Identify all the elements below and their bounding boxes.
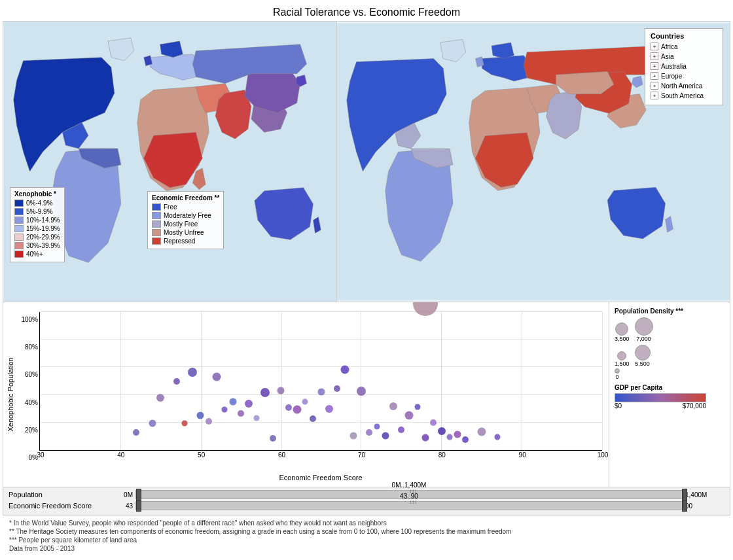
- scatter-dot[interactable]: [477, 428, 486, 436]
- scatter-dot[interactable]: [302, 398, 308, 404]
- scatter-dot[interactable]: [293, 406, 301, 414]
- country-checkbox-north-america[interactable]: +: [651, 82, 658, 90]
- gdp-per-capita-legend: GDP per Capita $0 $70,000: [615, 384, 724, 410]
- country-checkbox-asia[interactable]: +: [651, 52, 658, 60]
- country-label: Asia: [661, 53, 673, 60]
- economic-freedom-legend: Economic Freedom ** Free Moderately Free…: [147, 191, 224, 249]
- countries-item[interactable]: + Europe: [651, 72, 717, 80]
- x-tick: 80: [438, 450, 446, 459]
- scatter-dot[interactable]: [325, 405, 333, 413]
- legend-item: 5%-9.9%: [14, 208, 60, 215]
- scatter-dot[interactable]: [285, 404, 292, 411]
- scatter-dot[interactable]: [349, 432, 357, 440]
- footnote-3: *** People per square kilometer of land …: [9, 536, 724, 544]
- scatter-dot[interactable]: [173, 378, 180, 385]
- scatter-dot[interactable]: [366, 429, 372, 436]
- x-tick: 70: [358, 450, 365, 459]
- legend-item: Mostly Unfree: [152, 229, 219, 236]
- scatter-dot[interactable]: [389, 402, 397, 410]
- population-left-handle[interactable]: [136, 489, 141, 500]
- scatter-dot[interactable]: [238, 410, 244, 417]
- pop-density-label: 0: [615, 374, 618, 380]
- scatter-dot[interactable]: [382, 432, 389, 440]
- scatter-dot[interactable]: [149, 420, 156, 427]
- scatter-dot[interactable]: [341, 366, 349, 374]
- y-tick: 40%: [25, 398, 40, 406]
- y-tick: 80%: [25, 343, 40, 351]
- population-max: 1,400M: [685, 491, 724, 499]
- scatter-dot[interactable]: [357, 387, 366, 396]
- country-label: Australia: [661, 63, 687, 70]
- footnote-1: * In the World Value Survey, people who …: [9, 519, 724, 527]
- scatter-dot[interactable]: [254, 415, 260, 421]
- scatter-dot[interactable]: [188, 368, 197, 377]
- scatter-dot[interactable]: [374, 423, 380, 429]
- xenophobic-legend: Xenophobic * 0%-4.9% 5%-9.9% 10%-14.9% 1…: [10, 187, 65, 262]
- x-tick: 40: [117, 450, 124, 459]
- scatter-dot[interactable]: [334, 385, 340, 392]
- scatter-dot[interactable]: [197, 411, 204, 419]
- scatter-dot[interactable]: [495, 434, 501, 440]
- scatter-dot[interactable]: [405, 411, 414, 419]
- country-label: North America: [661, 82, 702, 90]
- scatter-dot[interactable]: [133, 429, 139, 436]
- scatter-dot[interactable]: [260, 388, 270, 397]
- countries-item[interactable]: + North America: [651, 82, 717, 90]
- scatter-dot[interactable]: [446, 434, 452, 440]
- scatter-dot[interactable]: [156, 394, 164, 402]
- y-tick: 20%: [25, 426, 40, 433]
- x-tick: 60: [278, 450, 285, 459]
- countries-item[interactable]: + Africa: [651, 43, 717, 50]
- pop-density-label: 5,500: [635, 360, 650, 367]
- scatter-dot[interactable]: [454, 431, 461, 438]
- economic-legend-title: Economic Freedom **: [152, 194, 219, 201]
- scatter-dot[interactable]: [277, 387, 285, 394]
- scatter-dot[interactable]: [317, 388, 325, 395]
- x-tick: 100: [598, 450, 609, 459]
- countries-item[interactable]: + Australia: [651, 62, 717, 70]
- y-tick: 100%: [21, 316, 40, 323]
- legend-item: Free: [152, 203, 219, 211]
- chart-title: Racial Tolerance vs. Economic Freedom: [3, 3, 730, 21]
- scatter-dot[interactable]: [413, 302, 438, 316]
- legend-item: 0%-4.9%: [14, 200, 60, 207]
- scatter-dot[interactable]: [430, 419, 437, 426]
- scatter-dot[interactable]: [462, 436, 469, 443]
- footnotes: * In the World Value Survey, people who …: [3, 516, 730, 557]
- x-tick: 50: [198, 450, 205, 459]
- scatter-dot[interactable]: [422, 434, 429, 441]
- scatter-dot[interactable]: [398, 427, 404, 433]
- countries-item[interactable]: + Asia: [651, 52, 717, 60]
- economic-freedom-right-handle[interactable]: [682, 500, 687, 512]
- x-tick: 90: [519, 450, 526, 459]
- population-slider-label: Population: [9, 491, 94, 499]
- country-checkbox-africa[interactable]: +: [651, 43, 658, 50]
- countries-legend: Countries + Africa + Asia + Australia + …: [645, 28, 723, 105]
- scatter-dot[interactable]: [414, 404, 420, 410]
- population-density-legend: Population Density *** 3,500 7,000 1,500: [615, 307, 724, 380]
- economic-freedom-left-handle[interactable]: [136, 500, 141, 512]
- y-tick: 60%: [25, 371, 40, 378]
- scatter-dot[interactable]: [438, 427, 446, 435]
- scatter-dot[interactable]: [181, 421, 187, 427]
- countries-item[interactable]: + South America: [651, 92, 717, 99]
- scatter-dot[interactable]: [206, 418, 212, 425]
- scatter-dot[interactable]: [310, 415, 316, 422]
- legend-item: Mostly Free: [152, 220, 219, 228]
- country-label: Europe: [661, 73, 682, 80]
- scatter-dot[interactable]: [245, 400, 253, 408]
- scatter-dot[interactable]: [212, 372, 221, 381]
- legend-item: Moderately Free: [152, 212, 219, 219]
- population-right-handle[interactable]: [682, 489, 687, 500]
- scatter-dot[interactable]: [270, 435, 276, 442]
- legend-item: 40%+: [14, 251, 60, 258]
- economic-freedom-slider-track[interactable]: 43..90 ↕↕↕: [135, 501, 683, 510]
- map-xenophobic: Xenophobic * 0%-4.9% 5%-9.9% 10%-14.9% 1…: [3, 22, 337, 302]
- country-checkbox-australia[interactable]: +: [651, 62, 658, 70]
- scatter-dot[interactable]: [222, 407, 228, 413]
- country-checkbox-europe[interactable]: +: [651, 72, 658, 80]
- legend-item: 30%-39.9%: [14, 242, 60, 249]
- footnote-2: ** The Heritage Society measures ten com…: [9, 528, 724, 535]
- scatter-dot[interactable]: [229, 398, 236, 405]
- country-checkbox-south-america[interactable]: +: [651, 92, 658, 99]
